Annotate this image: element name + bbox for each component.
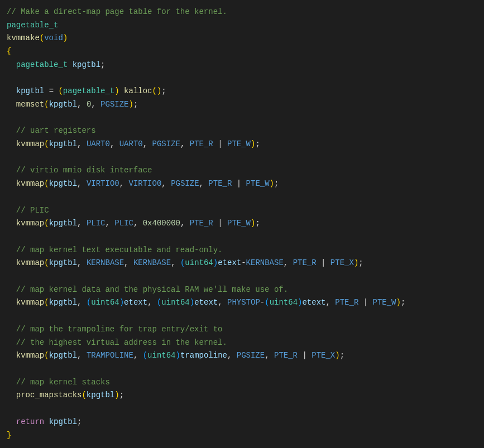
code-line: pagetable_t [7,19,477,32]
comma: , [77,258,87,267]
macro: PLIC [114,219,133,228]
code-line: // map kernel data and the physical RAM … [7,283,477,297]
semicolon: ; [77,417,82,426]
code-line [7,72,477,85]
macro: PTE_R [274,351,298,360]
comma: , [218,298,227,307]
comment: // PLIC [16,206,49,215]
operator: | [232,179,246,188]
function-name: kvmmake [7,33,40,42]
paren: ( [44,100,49,109]
macro: PTE_X [330,258,354,267]
code-line: // map the trampoline for trap entry/exi… [7,323,477,336]
paren: ( [44,219,49,228]
code-line: kvmmap(kpgtbl, TRAMPOLINE, (uint64)tramp… [7,349,477,363]
code-line: // Make a direct-map page table for the … [7,6,477,19]
comma: , [227,351,237,360]
comma: , [77,139,87,148]
comma: , [77,351,87,360]
function-call: kvmmap [16,258,44,267]
semicolon: ; [274,179,279,188]
macro: KERNBASE [87,258,124,267]
type: pagetable_t [7,21,58,30]
comma: , [110,139,119,148]
code-line: { [7,45,477,59]
type: uint64 [161,298,189,307]
function-call: kvmmap [16,351,44,360]
paren: ) [396,298,401,307]
identifier: etext [124,298,147,307]
function-call: kvmmap [16,298,44,307]
comma: , [199,179,209,188]
macro: VIRTIO0 [87,179,119,188]
comma: , [77,100,87,109]
identifier: kpgtbl [49,351,77,360]
paren: ( [40,33,44,42]
code-editor[interactable]: // Make a direct-map page table for the … [7,6,477,442]
macro: PTE_R [208,179,232,188]
identifier: kpgtbl [49,258,77,267]
keyword: void [44,33,63,42]
code-line: // map kernel stacks [7,376,477,389]
comma: , [143,139,152,148]
paren: ( [44,298,49,307]
comma: , [147,298,157,307]
code-line: memset(kpgtbl, 0, PGSIZE); [7,98,477,112]
comment: // Make a direct-map page table for the … [7,7,227,16]
paren: ) [213,258,218,267]
code-line: kvmmap(kpgtbl, UART0, UART0, PGSIZE, PTE… [7,138,477,151]
code-line [7,112,477,125]
code-line: kvmmap(kpgtbl, KERNBASE, KERNBASE, (uint… [7,257,477,270]
identifier: kpgtbl [49,298,77,307]
macro: PTE_W [227,219,251,228]
paren: ( [82,391,86,399]
comma: , [180,219,190,228]
function-call: proc_mapstacks [16,391,82,399]
code-line: kvmmap(kpgtbl, (uint64)etext, (uint64)et… [7,296,477,310]
code-line: // uart registers [7,124,477,138]
code-line: return kpgtbl; [7,416,477,429]
code-line [7,230,477,244]
comma: , [284,258,293,267]
type: uint64 [185,258,213,267]
comma: , [180,139,190,148]
function-call: kvmmap [16,139,44,148]
code-line [7,310,477,323]
comma: , [171,258,180,267]
paren: ) [114,391,119,399]
function-call: kvmmap [16,179,44,188]
code-line [7,402,477,416]
macro: PTE_R [293,258,317,267]
paren: ) [114,86,119,95]
macro: UART0 [87,139,110,148]
operator: | [358,298,372,307]
macro: PTE_W [373,298,396,307]
paren: ( [44,179,49,188]
paren: ) [335,351,339,360]
semicolon: ; [119,391,124,399]
macro: PGSIZE [152,139,180,148]
code-line [7,363,477,376]
function-call: kvmmap [16,219,44,228]
semicolon: ; [401,298,405,307]
keyword: return [16,417,44,426]
macro: PTE_W [227,139,251,148]
semicolon: ; [340,351,344,360]
code-line: kpgtbl = (pagetable_t) kalloc(); [7,85,477,98]
macro: PGSIZE [171,179,199,188]
type: uint64 [91,298,119,307]
function-call: kalloc [124,86,152,95]
comment: // map kernel text executable and read-o… [16,245,223,254]
semicolon: ; [100,60,105,69]
paren: ( [44,139,49,148]
paren: ( [152,86,157,95]
paren: ) [270,179,274,188]
code-line [7,191,477,204]
code-line: // PLIC [7,204,477,218]
identifier: kpgtbl [49,139,77,148]
identifier: etext [194,298,218,307]
identifier: kpgtbl [49,219,77,228]
identifier: etext [302,298,325,307]
semicolon: ; [161,86,166,95]
macro: PTE_R [190,139,213,148]
